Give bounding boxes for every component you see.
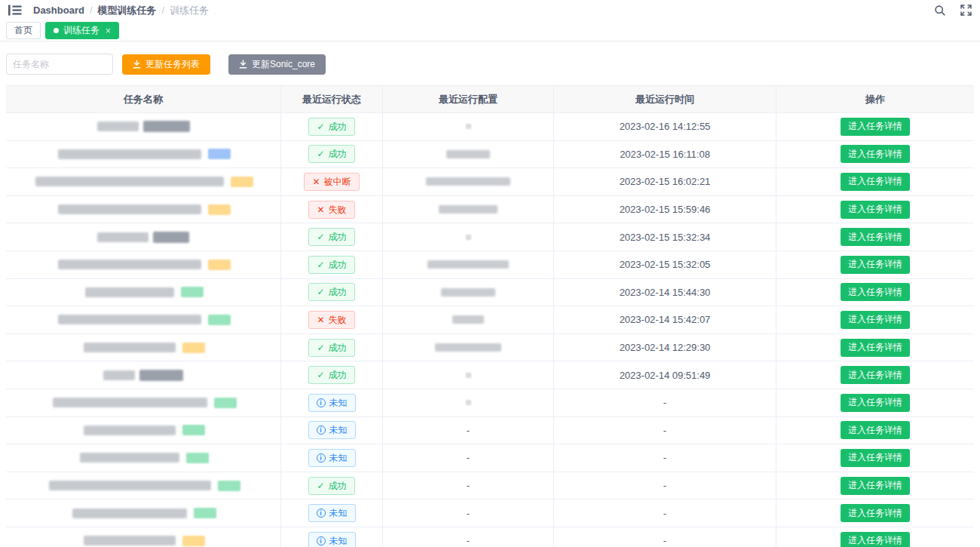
blurred-config [446,150,490,158]
enter-task-detail-button[interactable]: 进入任务详情 [841,256,910,274]
status-label: 成功 [329,122,347,131]
status-badge: ✕ 被中断 [304,173,359,191]
update-sonic-core-button[interactable]: 更新Sonic_core [228,54,326,75]
task-name-cell [6,279,281,307]
blurred-task-name [35,177,224,186]
tab-training-tasks[interactable]: 训练任务 × [45,22,119,39]
blurred-task-name [139,370,183,381]
status-cell: i 未知 [281,444,383,472]
menu-collapse-icon[interactable] [8,4,23,17]
breadcrumb-model-training[interactable]: 模型训练任务 [98,4,157,17]
update-task-list-button[interactable]: 更新任务列表 [122,54,210,75]
time-cell: 2023-02-14 15:42:07 [554,306,776,334]
enter-task-detail-button[interactable]: 进入任务详情 [841,118,910,136]
blurred-config-dot [466,235,471,240]
status-badge: ✓ 成功 [308,145,354,163]
status-badge: ✕ 失败 [308,201,354,219]
action-cell: 进入任务详情 [776,361,974,389]
config-cell [383,306,554,334]
task-tag-green [208,315,231,325]
top-header-bar: Dashboard / 模型训练任务 / 训练任务 [0,0,980,20]
table-row: ✓ 成功 - - 进入任务详情 [6,472,974,500]
training-tasks-table: 任务名称 最近运行状态 最近运行配置 最近运行时间 操作 ✓ 成功 2023-0… [6,85,974,547]
blurred-config [427,260,509,269]
enter-task-detail-button[interactable]: 进入任务详情 [841,394,910,412]
blurred-config-dot [466,373,471,378]
config-cell [383,361,554,389]
table-row: ✓ 成功 2023-02-14 15:44:30 进入任务详情 [6,279,974,307]
blurred-task-name [58,149,201,159]
blurred-task-name [97,232,149,242]
enter-task-detail-button[interactable]: 进入任务详情 [841,339,910,357]
action-cell: 进入任务详情 [776,279,974,307]
status-cell: ✓ 成功 [281,279,383,307]
enter-task-detail-button[interactable]: 进入任务详情 [841,366,910,384]
blurred-config [452,315,484,324]
enter-task-detail-button[interactable]: 进入任务详情 [841,311,910,329]
table-row: ✓ 成功 2023-02-15 15:32:34 进入任务详情 [6,223,974,251]
blurred-task-name [143,121,190,132]
blurred-task-name [97,121,139,131]
config-cell: - [383,527,554,547]
task-name-cell [6,113,281,141]
tab-home[interactable]: 首页 [6,22,41,39]
task-name-cell [6,472,281,500]
fullscreen-icon[interactable] [959,4,972,17]
task-name-search-input[interactable] [6,54,113,75]
enter-task-detail-button[interactable]: 进入任务详情 [841,421,910,439]
table-row: i 未知 - - 进入任务详情 [6,527,974,547]
time-cell: 2023-02-15 16:02:21 [554,168,776,196]
status-cell: ✓ 成功 [281,361,383,389]
action-cell: 进入任务详情 [776,306,974,334]
status-cell: i 未知 [281,417,383,445]
status-badge: ✓ 成功 [308,366,354,384]
action-cell: 进入任务详情 [776,113,974,141]
enter-task-detail-button[interactable]: 进入任务详情 [841,228,910,246]
task-name-cell [6,334,281,362]
config-cell [383,389,554,417]
table-header-row: 任务名称 最近运行状态 最近运行配置 最近运行时间 操作 [6,85,974,113]
enter-task-detail-button[interactable]: 进入任务详情 [841,477,910,495]
column-header-run-time: 最近运行时间 [554,86,776,113]
tab-close-icon[interactable]: × [106,26,111,35]
table-body: ✓ 成功 2023-02-16 14:12:55 进入任务详情 ✓ 成功 202… [6,113,974,547]
blurred-config [435,343,501,352]
breadcrumb-training-tasks: 训练任务 [170,4,209,17]
table-row: i 未知 - - 进入任务详情 [6,444,974,472]
enter-task-detail-button[interactable]: 进入任务详情 [841,283,910,301]
config-cell: - [383,417,554,445]
toolbar: 更新任务列表 更新Sonic_core [0,41,980,75]
enter-task-detail-button[interactable]: 进入任务详情 [841,504,910,522]
breadcrumb-dashboard[interactable]: Dashboard [33,5,84,16]
search-icon[interactable] [933,4,947,17]
task-tag-yellow [208,260,231,270]
blurred-task-name [153,232,189,243]
status-label: 未知 [329,426,348,435]
action-cell: 进入任务详情 [776,251,974,279]
column-header-actions: 操作 [776,86,974,113]
task-name-cell [6,527,281,547]
time-cell: 2023-02-15 15:59:46 [554,196,776,224]
config-cell [383,279,554,307]
blurred-task-name [84,536,176,545]
enter-task-detail-button[interactable]: 进入任务详情 [841,532,910,547]
config-cell [383,141,554,169]
enter-task-detail-button[interactable]: 进入任务详情 [841,145,910,163]
enter-task-detail-button[interactable]: 进入任务详情 [841,201,910,219]
enter-task-detail-button[interactable]: 进入任务详情 [841,449,910,467]
status-badge: ✓ 成功 [308,118,354,136]
action-cell: 进入任务详情 [776,389,974,417]
table-row: ✓ 成功 2023-02-15 15:32:05 进入任务详情 [6,251,974,279]
config-cell [383,223,554,251]
status-cell: ✓ 成功 [281,251,383,279]
time-cell: - [554,417,776,445]
active-tab-dot-icon [54,28,59,33]
status-badge: ✕ 失败 [308,311,354,329]
time-cell: - [554,499,776,527]
enter-task-detail-button[interactable]: 进入任务详情 [841,173,910,191]
column-header-run-config: 最近运行配置 [383,86,554,113]
status-label: 失败 [329,205,347,214]
task-tag-green [194,508,216,518]
status-badge: ✓ 成功 [308,228,354,246]
column-header-task-name: 任务名称 [6,86,281,113]
